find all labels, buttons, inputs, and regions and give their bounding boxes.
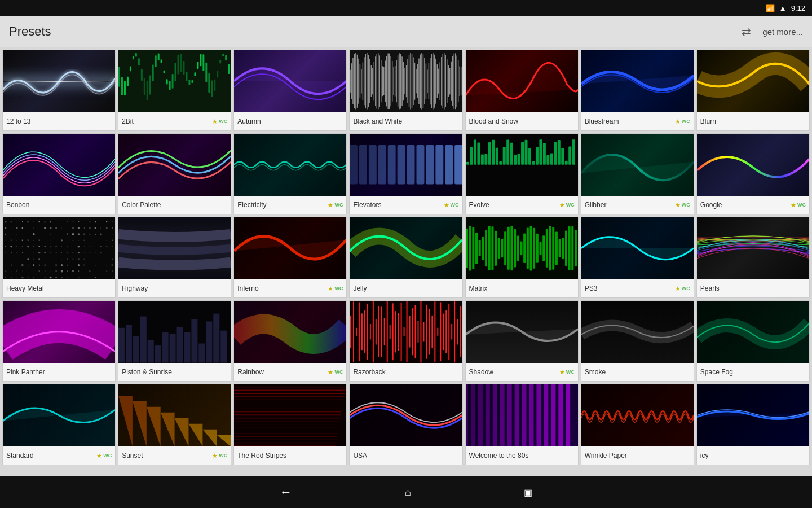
preset-name-colorpalette: Color Palette — [122, 201, 161, 209]
svg-rect-126 — [388, 145, 396, 185]
svg-rect-125 — [378, 145, 386, 185]
svg-rect-379 — [514, 229, 516, 268]
preset-bluestream[interactable]: Bluestream★WC — [581, 50, 694, 131]
svg-point-211 — [45, 234, 45, 234]
svg-point-220 — [95, 234, 96, 235]
preset-smoke[interactable]: Smoke — [581, 300, 694, 382]
preset-glibber[interactable]: Glibber★WC — [581, 133, 694, 214]
svg-point-234 — [61, 239, 63, 241]
preset-redstripes[interactable]: The Red Stripes — [233, 384, 347, 465]
svg-rect-153 — [536, 147, 539, 165]
preset-blurrr[interactable]: Blurrr — [696, 50, 810, 131]
svg-rect-137 — [477, 142, 480, 164]
svg-rect-364 — [466, 229, 468, 268]
svg-rect-159 — [557, 140, 560, 165]
preset-razorback[interactable]: Razorback — [349, 300, 462, 382]
svg-point-245 — [10, 246, 12, 247]
svg-point-193 — [55, 227, 57, 229]
shuffle-icon[interactable]: ⇄ — [742, 25, 751, 38]
preset-80s[interactable]: Welcome to the 80s — [465, 384, 579, 465]
preset-google[interactable]: Google★WC — [696, 133, 810, 214]
preset-electricity[interactable]: Electricity★WC — [233, 133, 347, 214]
svg-rect-366 — [472, 227, 474, 269]
back-button[interactable]: ← — [280, 485, 292, 500]
svg-point-189 — [33, 227, 34, 228]
svg-rect-147 — [514, 155, 517, 165]
preset-evolve[interactable]: Evolve★WC — [465, 133, 579, 214]
preset-name-elevators: Elevators — [353, 201, 381, 209]
svg-rect-376 — [504, 231, 506, 265]
svg-point-340 — [95, 271, 96, 271]
svg-point-202 — [106, 227, 108, 229]
svg-point-359 — [90, 277, 90, 278]
preset-rainbow[interactable]: Rainbow★WC — [233, 300, 347, 382]
preset-colorpalette[interactable]: Color Palette — [118, 133, 231, 214]
preset-usa[interactable]: USA — [349, 384, 462, 465]
preset-name-spacefog: Space Fog — [700, 368, 733, 376]
svg-rect-405 — [162, 332, 169, 363]
svg-point-298 — [83, 259, 85, 260]
svg-point-292 — [50, 259, 51, 259]
preset-highway[interactable]: Highway — [118, 217, 231, 298]
preset-pearls[interactable]: Pearls — [696, 217, 810, 298]
preset-standard[interactable]: Standard★WC — [2, 384, 116, 465]
svg-point-210 — [39, 234, 39, 234]
preset-pistonsunrise[interactable]: Piston & Sunrise — [118, 300, 231, 382]
preset-bandw[interactable]: Black and White — [349, 50, 462, 131]
grid-area: 12 to 132Bit★WCAutumnBlack and WhiteBloo… — [0, 47, 812, 476]
svg-point-254 — [61, 246, 62, 247]
get-more-link[interactable]: get more... — [762, 27, 803, 37]
preset-spacefog[interactable]: Space Fog — [696, 300, 810, 382]
svg-point-339 — [89, 270, 91, 272]
preset-name-redstripes: The Red Stripes — [237, 452, 286, 459]
svg-rect-407 — [177, 327, 183, 363]
svg-point-360 — [95, 277, 96, 278]
header-actions: ⇄ get more... — [742, 25, 803, 38]
time-display: 9:12 — [791, 4, 805, 12]
recent-button[interactable]: ▣ — [524, 487, 532, 498]
svg-point-304 — [5, 265, 6, 266]
preset-2bit[interactable]: 2Bit★WC — [118, 50, 231, 131]
svg-point-222 — [107, 234, 107, 234]
preset-bloodsnow[interactable]: Blood and Snow — [465, 50, 579, 131]
preset-sunset[interactable]: Sunset★WC — [118, 384, 231, 465]
svg-rect-124 — [369, 145, 377, 185]
svg-rect-372 — [491, 226, 493, 270]
preset-jelly[interactable]: Jelly — [349, 217, 462, 298]
svg-point-310 — [39, 265, 40, 266]
svg-point-212 — [50, 234, 51, 235]
svg-point-191 — [44, 227, 46, 229]
preset-heavymetal[interactable]: Heavy Metal — [2, 217, 116, 298]
home-button[interactable]: ⌂ — [405, 487, 411, 498]
preset-inferno[interactable]: Inferno★WC — [233, 217, 347, 298]
svg-point-229 — [33, 240, 34, 240]
svg-point-238 — [83, 239, 85, 241]
preset-elevators[interactable]: Elevators★WC — [349, 133, 462, 214]
preset-matrix[interactable]: Matrix — [465, 217, 579, 298]
preset-name-inferno: Inferno — [237, 284, 258, 292]
svg-point-188 — [28, 227, 28, 228]
svg-rect-3 — [124, 81, 126, 95]
preset-bonbon[interactable]: Bonbon — [2, 133, 116, 214]
svg-rect-397 — [571, 226, 573, 270]
svg-point-264 — [5, 252, 6, 253]
svg-point-243 — [112, 240, 113, 242]
svg-point-203 — [112, 227, 113, 229]
svg-rect-15 — [158, 53, 160, 60]
preset-12to13[interactable]: 12 to 13 — [2, 50, 116, 131]
svg-point-320 — [95, 265, 96, 265]
svg-point-265 — [11, 252, 12, 253]
svg-point-288 — [27, 258, 29, 260]
svg-rect-158 — [554, 142, 557, 164]
svg-point-277 — [78, 252, 80, 253]
preset-wrinkle[interactable]: Wrinkle Paper — [581, 384, 694, 465]
preset-icy[interactable]: icy — [696, 384, 810, 465]
svg-point-308 — [28, 265, 29, 266]
svg-point-253 — [55, 246, 57, 247]
preset-autumn[interactable]: Autumn — [233, 50, 347, 131]
preset-pinkpanther[interactable]: Pink Panther — [2, 300, 116, 382]
preset-ps3[interactable]: PS3★WC — [581, 217, 694, 298]
svg-rect-130 — [426, 145, 434, 185]
svg-point-194 — [61, 227, 63, 229]
preset-shadow[interactable]: Shadow★WC — [465, 300, 579, 382]
